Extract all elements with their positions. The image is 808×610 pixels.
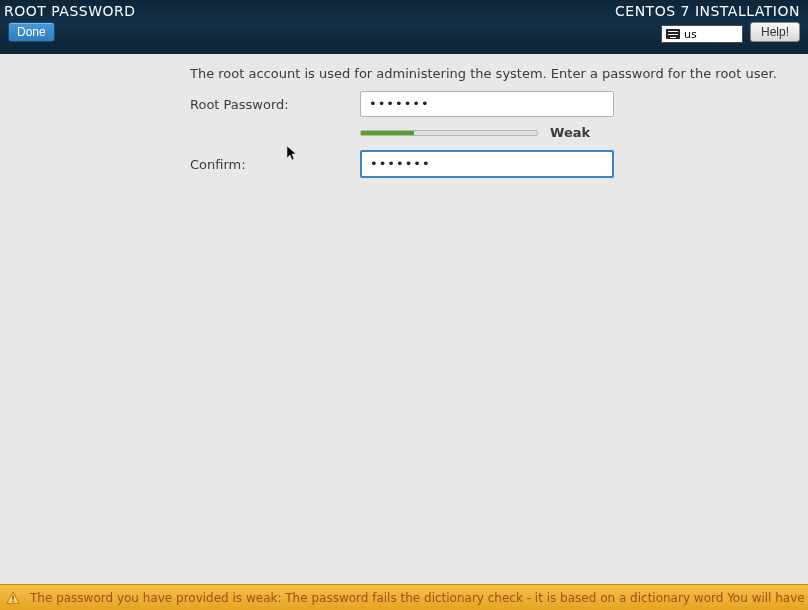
done-button[interactable]: Done [8,22,55,42]
confirm-password-label: Confirm: [190,157,360,172]
content-area: The root account is used for administeri… [0,54,808,178]
warning-bar: The password you have provided is weak: … [0,584,808,610]
help-button[interactable]: Help! [750,22,800,42]
installer-title: CENTOS 7 INSTALLATION [615,3,800,19]
svg-rect-0 [12,595,13,599]
root-password-label: Root Password: [190,97,360,112]
root-password-input[interactable]: ••••••• [360,91,614,117]
password-strength-label: Weak [550,125,590,140]
warning-message: The password you have provided is weak: … [30,591,808,605]
page-title: ROOT PASSWORD [4,3,136,19]
password-strength-row: Weak [360,125,788,140]
keyboard-layout-label: us [684,28,697,41]
instructions-text: The root account is used for administeri… [190,66,788,81]
password-strength-meter [360,130,538,136]
confirm-password-input[interactable]: ••••••• [360,150,614,178]
password-strength-fill [361,131,414,135]
root-password-row: Root Password: ••••••• [190,91,788,117]
keyboard-layout-selector[interactable]: us [661,25,743,43]
svg-rect-1 [12,600,13,601]
warning-icon [6,591,20,605]
header-bar: ROOT PASSWORD Done CENTOS 7 INSTALLATION… [0,0,808,54]
confirm-password-row: Confirm: ••••••• [190,150,788,178]
keyboard-icon [666,29,680,39]
